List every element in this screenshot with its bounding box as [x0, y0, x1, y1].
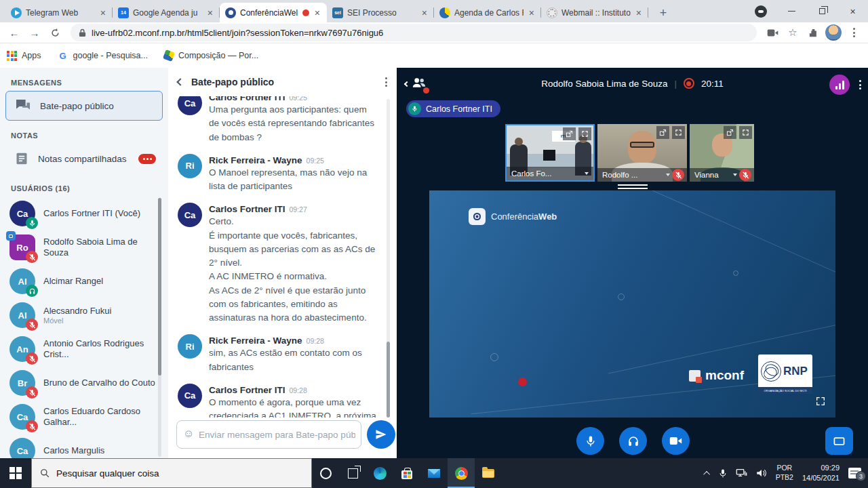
messages-header: MENSAGENS: [11, 79, 168, 87]
window-restore-button[interactable]: [807, 0, 837, 22]
language-indicator[interactable]: PORPTB2: [776, 464, 793, 482]
shared-notes-item[interactable]: Notas compartilhadas: [5, 144, 163, 174]
extensions-icon[interactable]: [804, 24, 822, 41]
bookmark-item[interactable]: Apps: [7, 51, 41, 61]
browser-tab[interactable]: 14Google Agenda ju×: [113, 3, 220, 22]
send-message-button[interactable]: [367, 420, 395, 449]
mic-muted-badge: [26, 420, 38, 432]
options-menu-icon[interactable]: [859, 80, 861, 89]
browser-tab[interactable]: Webmail :: Instituto×: [541, 3, 648, 22]
user-list-item[interactable]: CaCarlos Fortner ITI (Você): [0, 197, 157, 230]
webcam-fullscreen-icon[interactable]: [739, 126, 752, 139]
new-tab-button[interactable]: +: [654, 3, 673, 22]
user-list-item[interactable]: AlAlecsandro FukuiMóvel: [0, 298, 157, 332]
back-button[interactable]: ←: [5, 24, 23, 41]
cortana-button[interactable]: [312, 458, 339, 488]
talking-indicator[interactable]: Carlos Fortner ITI: [406, 100, 500, 117]
tab-close-icon[interactable]: ×: [99, 7, 107, 18]
webcam-button[interactable]: [662, 427, 690, 455]
webcam-name-dropdown[interactable]: Vianna: [690, 168, 754, 182]
browser-tab[interactable]: Agenda de Carlos F×: [434, 3, 541, 22]
mute-button[interactable]: [576, 427, 604, 455]
chat-icon: [16, 99, 31, 113]
audio-button[interactable]: [619, 427, 647, 455]
forward-button[interactable]: →: [26, 24, 43, 41]
bookmark-label: google - Pesquisa...: [73, 51, 149, 60]
webcam-popout-icon[interactable]: [656, 126, 669, 139]
user-list: CaCarlos Fortner ITI (Você)RoRodolfo Sab…: [0, 197, 157, 458]
chrome-taskbar-icon[interactable]: [448, 458, 475, 488]
tab-close-icon[interactable]: ×: [528, 7, 536, 18]
tab-title: ConferênciaWel: [240, 8, 298, 18]
tray-volume-icon[interactable]: [756, 468, 767, 478]
tab-close-icon[interactable]: ×: [313, 7, 321, 18]
webcam-user-name: Carlos Fo...: [511, 169, 583, 178]
notification-count-badge: 3: [856, 471, 866, 481]
public-chat-item[interactable]: Bate-papo público: [5, 91, 163, 121]
presentation-fullscreen-icon[interactable]: [815, 396, 826, 409]
taskbar-search[interactable]: Pesquisar qualquer coisa: [31, 458, 312, 488]
window-minimize-button[interactable]: [776, 0, 807, 22]
address-bar[interactable]: live-ufrb02.mconf.rnp.br/html5client/joi…: [71, 24, 757, 41]
profile-avatar[interactable]: [825, 24, 842, 41]
browser-tab[interactable]: Telegram Web×: [5, 3, 113, 22]
shared-notes-label: Notas compartilhadas: [38, 154, 129, 164]
start-button[interactable]: [0, 458, 31, 488]
action-center-icon[interactable]: 3: [848, 468, 861, 479]
chat-message-input[interactable]: [176, 420, 361, 449]
webcam-name-dropdown[interactable]: Rodolfo ...: [597, 168, 687, 182]
webcam-popout-icon[interactable]: [563, 127, 576, 140]
public-chat-label: Bate-papo público: [40, 101, 155, 111]
user-name: Alecsandro Fukui: [43, 306, 111, 317]
webcam-name-dropdown[interactable]: Carlos Fo...: [507, 167, 593, 180]
webcam-tile[interactable]: Vianna: [690, 124, 754, 182]
emoji-icon[interactable]: ☺: [183, 428, 194, 440]
tab-close-icon[interactable]: ×: [420, 7, 429, 18]
restore-presentation-button[interactable]: [825, 427, 853, 455]
user-list-item[interactable]: AlAlcimar Rangel: [0, 264, 157, 298]
tab-close-icon[interactable]: ×: [635, 7, 643, 18]
bookmark-item[interactable]: Composição — Por...: [164, 51, 258, 60]
user-list-item[interactable]: AnAntonio Carlos Rodrigues Crist...: [0, 332, 157, 366]
webcam-fullscreen-icon[interactable]: [578, 127, 591, 140]
user-list-item[interactable]: RoRodolfo Saboia Lima de Souza: [0, 230, 157, 264]
mail-taskbar-icon[interactable]: [420, 458, 448, 488]
explorer-taskbar-icon[interactable]: [475, 458, 502, 488]
connection-status-button[interactable]: [829, 75, 850, 95]
chat-message: CaCarlos Fortner ITI09:27Certo. É import…: [178, 203, 378, 325]
tray-expand-icon[interactable]: [703, 470, 710, 477]
message-text: O Manoel representa, mas não vejo na lis…: [209, 166, 378, 194]
webcam-popout-icon[interactable]: [724, 126, 736, 139]
browser-tab[interactable]: ConferênciaWel×: [220, 3, 327, 22]
webcam-tile[interactable]: Rodolfo ...: [597, 124, 687, 182]
chat-back-icon[interactable]: [176, 78, 184, 85]
edge-taskbar-icon[interactable]: [366, 458, 393, 488]
browser-tab[interactable]: seiSEI Processo×: [327, 3, 434, 22]
camera-permission-icon[interactable]: [764, 24, 781, 41]
window-close-button[interactable]: ×: [837, 0, 868, 22]
recording-indicator-icon[interactable]: [684, 78, 694, 89]
chrome-updates-button[interactable]: [755, 5, 767, 18]
userlist-scrollbar[interactable]: [158, 198, 161, 457]
user-list-item[interactable]: CaCarlos Eduardo Cardoso Galhar...: [0, 400, 157, 434]
toggle-userlist-button[interactable]: [405, 77, 426, 91]
user-list-item[interactable]: BrBruno de Carvalho do Couto: [0, 366, 157, 400]
user-avatar: Ca: [9, 404, 35, 430]
bookmark-star-icon[interactable]: ☆: [784, 24, 802, 41]
browser-menu-icon[interactable]: [845, 24, 863, 41]
store-taskbar-icon[interactable]: [393, 458, 420, 488]
chat-scrollbar[interactable]: [387, 99, 390, 418]
webcam-tile[interactable]: ITICarlos Fo...: [505, 124, 595, 182]
user-list-item[interactable]: CaCarlos Margulis: [0, 434, 157, 458]
mic-on-badge: [26, 217, 38, 229]
clock[interactable]: 09:2914/05/2021: [802, 463, 840, 483]
windows-logo-icon: [9, 467, 22, 479]
tray-network-icon[interactable]: [736, 468, 747, 479]
webcam-fullscreen-icon[interactable]: [672, 126, 685, 139]
task-view-button[interactable]: [339, 458, 366, 488]
tray-mic-icon[interactable]: [719, 468, 727, 479]
chat-menu-icon[interactable]: [385, 77, 387, 87]
reload-button[interactable]: [46, 24, 64, 41]
bookmark-item[interactable]: Ggoogle - Pesquisa...: [58, 50, 149, 61]
tab-close-icon[interactable]: ×: [206, 7, 214, 18]
